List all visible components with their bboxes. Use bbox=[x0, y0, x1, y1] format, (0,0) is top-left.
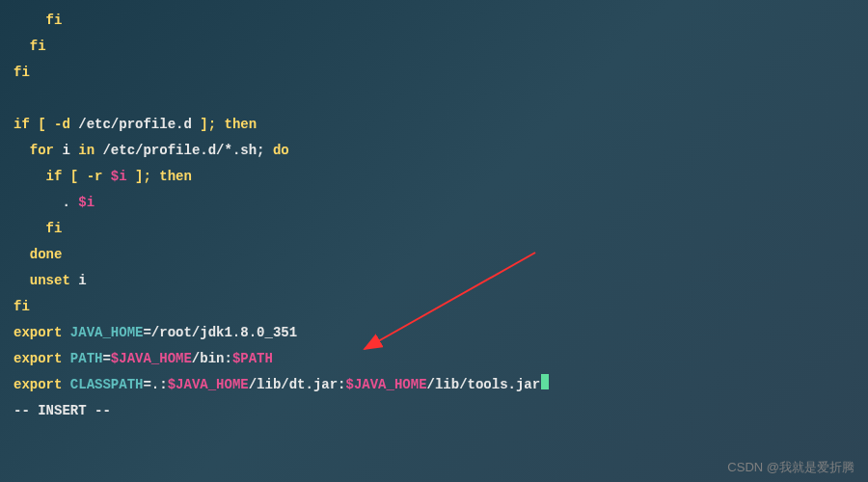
code-line: export PATH=$JAVA_HOME/bin:$PATH bbox=[14, 346, 854, 372]
unset-var: i bbox=[70, 273, 87, 288]
keyword-unset: unset bbox=[30, 273, 70, 288]
var-name: CLASSPATH bbox=[70, 377, 144, 392]
loop-var: i bbox=[54, 143, 78, 158]
keyword-if: if bbox=[14, 117, 30, 132]
keyword-do: do bbox=[273, 143, 289, 158]
var-ref: $JAVA_HOME bbox=[346, 377, 427, 392]
keyword-in: in bbox=[78, 143, 95, 158]
var-ref: $JAVA_HOME bbox=[168, 377, 249, 392]
editor-content[interactable]: fi fi fi if [ -d /etc/profile.d ]; then … bbox=[14, 8, 854, 424]
keyword-export: export bbox=[14, 325, 62, 340]
path-segment: /lib/dt.jar: bbox=[249, 377, 346, 392]
test-bracket: ]; bbox=[135, 169, 159, 184]
code-line: fi bbox=[14, 216, 854, 242]
test-flag: -r bbox=[87, 169, 103, 184]
watermark-text: CSDN @我就是爱折腾 bbox=[727, 459, 854, 476]
var-ref: $i bbox=[78, 195, 95, 210]
cursor-icon bbox=[541, 374, 549, 389]
path-segment: .: bbox=[151, 377, 168, 392]
code-line: fi bbox=[14, 294, 854, 320]
keyword-if: if bbox=[46, 169, 63, 184]
path-segment: /lib/tools.jar bbox=[427, 377, 541, 392]
keyword-export: export bbox=[14, 351, 62, 366]
test-flag: -d bbox=[54, 117, 70, 132]
code-line: for i in /etc/profile.d/*.sh; do bbox=[14, 138, 854, 164]
keyword-fi: fi bbox=[46, 13, 63, 28]
dot-source: . bbox=[62, 195, 78, 210]
keyword-for: for bbox=[30, 143, 54, 158]
var-name: PATH bbox=[70, 351, 103, 366]
test-bracket: [ bbox=[30, 117, 54, 132]
var-ref: $i bbox=[111, 169, 127, 184]
code-line: export JAVA_HOME=/root/jdk1.8.0_351 bbox=[14, 320, 854, 346]
code-line: if [ -r $i ]; then bbox=[14, 164, 854, 190]
code-line: fi bbox=[14, 8, 854, 34]
code-line: export CLASSPATH=.:$JAVA_HOME/lib/dt.jar… bbox=[14, 372, 854, 398]
var-ref: $PATH bbox=[232, 351, 273, 366]
test-bracket: [ bbox=[62, 169, 86, 184]
assign-op: = bbox=[143, 325, 150, 340]
code-line: . $i bbox=[14, 190, 854, 216]
code-line bbox=[14, 86, 854, 112]
path-segment: /bin: bbox=[192, 351, 232, 366]
keyword-fi: fi bbox=[46, 221, 63, 236]
test-bracket: ]; bbox=[200, 117, 224, 132]
path-literal: /etc/profile.d bbox=[70, 117, 200, 132]
var-ref: $JAVA_HOME bbox=[111, 351, 192, 366]
code-line: fi bbox=[14, 34, 854, 60]
code-line: fi bbox=[14, 60, 854, 86]
code-line: if [ -d /etc/profile.d ]; then bbox=[14, 112, 854, 138]
keyword-done: done bbox=[30, 247, 63, 262]
keyword-fi: fi bbox=[14, 65, 30, 80]
vim-mode-indicator: -- INSERT -- bbox=[14, 398, 854, 424]
keyword-export: export bbox=[14, 377, 62, 392]
assign-op: = bbox=[102, 351, 110, 366]
code-line: unset i bbox=[14, 268, 854, 294]
keyword-then: then bbox=[224, 117, 257, 132]
assign-op: = bbox=[143, 377, 150, 392]
var-name: JAVA_HOME bbox=[70, 325, 144, 340]
keyword-then: then bbox=[159, 169, 192, 184]
keyword-fi: fi bbox=[14, 299, 30, 314]
code-line: done bbox=[14, 242, 854, 268]
path-glob: /etc/profile.d/*.sh; bbox=[95, 143, 273, 158]
path-value: /root/jdk1.8.0_351 bbox=[151, 325, 297, 340]
keyword-fi: fi bbox=[30, 39, 46, 54]
